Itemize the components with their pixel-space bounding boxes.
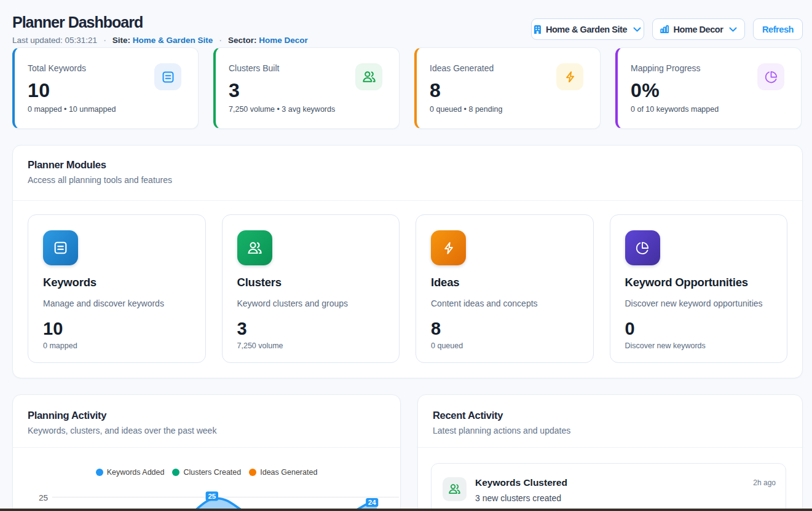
svg-text:25: 25 — [39, 493, 48, 502]
svg-text:24: 24 — [368, 499, 376, 506]
svg-text:25: 25 — [208, 493, 216, 500]
